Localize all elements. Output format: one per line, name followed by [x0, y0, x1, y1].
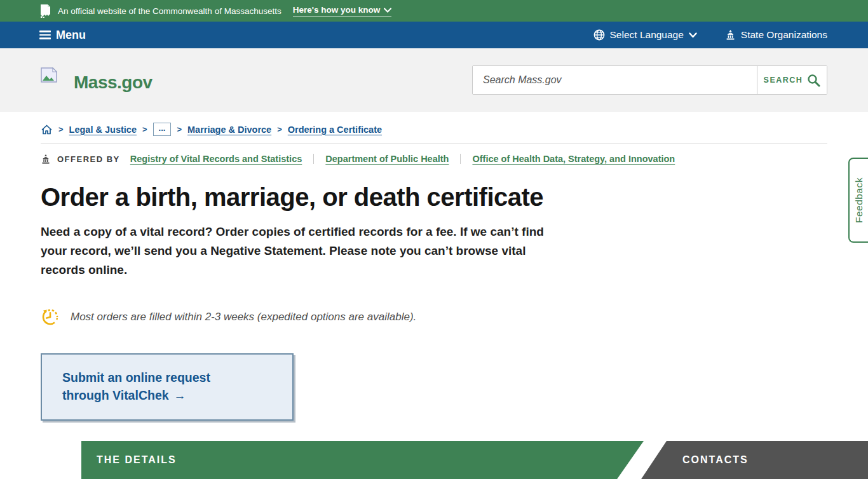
official-banner: An official website of the Commonwealth … — [0, 0, 868, 22]
breadcrumb-ellipsis-button[interactable]: ... — [153, 123, 172, 136]
breadcrumb-chevron: > — [58, 125, 64, 134]
breadcrumb-home-link[interactable] — [41, 124, 53, 135]
feedback-button[interactable]: Feedback — [848, 158, 868, 243]
home-icon — [41, 124, 53, 135]
hamburger-icon — [39, 30, 51, 39]
processing-time-text: Most orders are filled within 2-3 weeks … — [71, 311, 416, 323]
capitol-icon — [41, 154, 51, 164]
breadcrumb-chevron: > — [177, 125, 182, 134]
capitol-icon — [725, 30, 736, 40]
select-language-label: Select Language — [610, 29, 684, 41]
vitalchek-button-line1: Submit an online request — [62, 370, 210, 384]
tab-the-details[interactable]: THE DETAILS — [81, 441, 644, 479]
breadcrumb-link-legal-justice[interactable]: Legal & Justice — [69, 125, 137, 135]
agency-link-public-health[interactable]: Department of Public Health — [325, 154, 449, 164]
select-language-button[interactable]: Select Language — [593, 29, 697, 41]
state-organizations-button[interactable]: State Organizations — [725, 29, 827, 41]
search-button[interactable]: SEARCH — [757, 66, 827, 94]
page-lead-text: Need a copy of a vital record? Order cop… — [41, 222, 549, 280]
tab-contacts-label: CONTACTS — [682, 454, 749, 466]
breadcrumb: > Legal & Justice > ... > Marriage & Div… — [41, 123, 827, 136]
search-bar: SEARCH — [472, 65, 827, 95]
heres-how-you-know-button[interactable]: Here's how you know — [293, 5, 392, 17]
page-title: Order a birth, marriage, or death certif… — [41, 183, 827, 212]
processing-time-notice: Most orders are filled within 2-3 weeks … — [41, 308, 827, 327]
tab-the-details-label: THE DETAILS — [97, 454, 177, 466]
search-button-label: SEARCH — [764, 76, 803, 85]
navbar-right: Select Language State Organizations — [593, 29, 828, 41]
main-content: > Legal & Justice > ... > Marriage & Div… — [0, 123, 868, 479]
divider — [460, 154, 461, 164]
logo-text: Mass.gov — [74, 72, 153, 93]
breadcrumb-chevron: > — [142, 125, 147, 134]
search-input[interactable] — [473, 66, 757, 94]
history-clock-icon — [41, 308, 60, 327]
site-header: Mass.gov SEARCH — [0, 48, 868, 112]
arrow-right-icon: → — [174, 389, 186, 402]
vitalchek-request-button[interactable]: Submit an online request through VitalCh… — [41, 353, 294, 421]
breadcrumb-chevron: > — [277, 125, 282, 134]
official-banner-text: An official website of the Commonwealth … — [58, 6, 281, 16]
offered-by-label: OFFERED BY — [57, 154, 120, 164]
agency-link-vital-records[interactable]: Registry of Vital Records and Statistics — [130, 154, 302, 164]
agency-link-health-data[interactable]: Office of Health Data, Strategy, and Inn… — [472, 154, 675, 164]
broken-image-icon — [39, 4, 51, 18]
broken-image-icon — [41, 67, 57, 83]
tab-contacts[interactable]: CONTACTS — [641, 441, 868, 479]
vitalchek-button-line2: through VitalChek — [62, 388, 169, 402]
menu-button[interactable]: Menu — [39, 29, 86, 42]
section-tabs: THE DETAILS CONTACTS — [41, 441, 827, 479]
menu-label: Menu — [56, 29, 86, 42]
heres-how-you-know-label: Here's how you know — [293, 5, 381, 15]
massgov-logo[interactable]: Mass.gov — [41, 67, 153, 93]
feedback-label: Feedback — [853, 177, 865, 223]
globe-icon — [593, 29, 605, 41]
magnifier-icon — [807, 74, 820, 87]
main-navbar: Menu Select Language — [0, 22, 868, 48]
breadcrumb-link-ordering-certificate[interactable]: Ordering a Certificate — [288, 125, 382, 135]
state-organizations-label: State Organizations — [741, 29, 827, 41]
page: An official website of the Commonwealth … — [0, 0, 868, 488]
offered-by-row: OFFERED BY Registry of Vital Records and… — [41, 154, 827, 164]
divider — [41, 143, 827, 144]
breadcrumb-link-marriage-divorce[interactable]: Marriage & Divorce — [187, 125, 271, 135]
divider — [313, 154, 314, 164]
chevron-down-icon — [384, 8, 391, 13]
chevron-down-icon — [689, 32, 697, 38]
